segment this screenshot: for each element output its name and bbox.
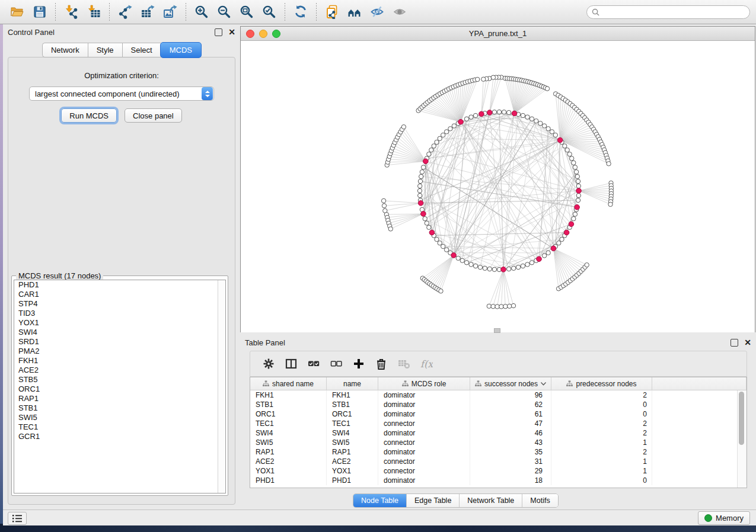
cell-shared-name[interactable]: ORC1 (250, 409, 327, 419)
import-table-button[interactable] (82, 2, 105, 22)
cell-name[interactable]: SWI4 (327, 428, 378, 438)
zoom-selected-button[interactable] (258, 2, 280, 22)
zoom-in-button[interactable] (190, 2, 213, 22)
cell-name[interactable]: STB1 (327, 400, 378, 409)
table-scrollbar-track[interactable] (737, 390, 746, 488)
table-row[interactable]: FKH1 FKH1 dominator 96 2 (250, 390, 747, 400)
cell-predecessor-nodes[interactable]: 2 (551, 390, 652, 400)
list-scrollbar-track[interactable] (218, 280, 225, 493)
splitter-grip[interactable] (494, 328, 500, 333)
tab-style[interactable]: Style (88, 43, 122, 57)
network-graph[interactable] (241, 41, 755, 332)
cell-name[interactable]: FKH1 (327, 390, 378, 400)
mcds-result-item[interactable]: ACE2 (14, 366, 225, 375)
close-panel-button[interactable]: Close panel (125, 108, 182, 123)
toggle-graphics-details-button[interactable] (366, 2, 388, 22)
table-row[interactable]: PHD1 PHD1 dominator 18 0 (250, 476, 747, 485)
table-row[interactable]: ACE2 ACE2 connector 31 1 (250, 457, 747, 466)
table-row[interactable]: ORC1 ORC1 dominator 61 0 (250, 409, 747, 419)
table-scrollbar-thumb[interactable] (739, 392, 744, 445)
cell-predecessor-nodes[interactable]: 2 (551, 419, 652, 428)
mcds-result-item[interactable]: ORC1 (14, 384, 225, 394)
cell-successor-nodes[interactable]: 18 (470, 476, 551, 485)
column-header-name[interactable]: name (327, 377, 378, 390)
cell-predecessor-nodes[interactable]: 2 (551, 447, 652, 457)
optimization-criterion-select[interactable]: largest connected component (undirected) (29, 86, 214, 101)
mcds-result-item[interactable]: SWI4 (14, 328, 225, 337)
zoom-fit-button[interactable] (235, 2, 258, 22)
import-network-button[interactable] (60, 2, 82, 22)
mcds-result-item[interactable]: STB1 (14, 403, 225, 413)
cell-mcds-role[interactable]: dominator (378, 400, 470, 409)
cell-name[interactable]: RAP1 (327, 447, 378, 457)
mcds-result-item[interactable]: FKH1 (14, 356, 225, 366)
table-row[interactable]: STB1 STB1 dominator 62 0 (250, 400, 747, 409)
mcds-result-item[interactable]: GCR1 (14, 432, 225, 441)
export-image-button[interactable] (159, 2, 181, 22)
memory-button[interactable]: Memory (698, 511, 750, 525)
tab-mcds[interactable]: MCDS (160, 42, 202, 58)
cell-name[interactable]: TEC1 (327, 419, 378, 428)
apply-layout-button[interactable] (289, 2, 312, 22)
column-header-predecessor-nodes[interactable]: predecessor nodes (551, 377, 652, 390)
cell-shared-name[interactable]: YOX1 (250, 466, 327, 476)
network-window-titlebar[interactable]: YPA_prune.txt_1 (241, 27, 755, 41)
search-input[interactable] (603, 7, 745, 17)
close-panel-icon[interactable]: ✕ (228, 29, 235, 36)
cell-name[interactable]: SWI5 (327, 438, 378, 447)
mcds-result-item[interactable]: PHD1 (14, 280, 225, 290)
cell-shared-name[interactable]: TEC1 (250, 419, 327, 428)
cell-shared-name[interactable]: FKH1 (250, 390, 327, 400)
cell-shared-name[interactable]: ACE2 (250, 457, 327, 466)
graphics-details-disabled-button[interactable] (388, 2, 411, 22)
cell-shared-name[interactable]: STB1 (250, 400, 327, 409)
cell-predecessor-nodes[interactable]: 1 (551, 457, 652, 466)
tab-select[interactable]: Select (122, 43, 161, 57)
search-box[interactable] (586, 5, 750, 19)
network-canvas[interactable] (241, 41, 755, 332)
add-column-button[interactable] (349, 354, 369, 373)
table-tab-node-table[interactable]: Node Table (353, 494, 407, 507)
cell-mcds-role[interactable]: dominator (378, 428, 470, 438)
cell-predecessor-nodes[interactable]: 0 (551, 400, 652, 409)
table-row[interactable]: YOX1 YOX1 connector 29 1 (250, 466, 747, 476)
table-tab-edge-table[interactable]: Edge Table (407, 494, 460, 507)
export-table-button[interactable] (136, 2, 159, 22)
open-file-button[interactable] (6, 2, 28, 22)
cell-shared-name[interactable]: RAP1 (250, 447, 327, 457)
cell-mcds-role[interactable]: connector (378, 419, 470, 428)
cell-predecessor-nodes[interactable]: 2 (551, 428, 652, 438)
clone-network-button[interactable] (321, 2, 343, 22)
cell-mcds-role[interactable]: dominator (378, 390, 470, 400)
table-row[interactable]: TEC1 TEC1 connector 47 2 (250, 419, 747, 428)
table-tab-motifs[interactable]: Motifs (522, 494, 557, 507)
table-row[interactable]: RAP1 RAP1 dominator 35 2 (250, 447, 747, 457)
mcds-result-item[interactable]: SWI5 (14, 413, 225, 422)
cell-name[interactable]: ORC1 (327, 409, 378, 419)
mcds-result-item[interactable]: SRD1 (14, 337, 225, 347)
mcds-result-item[interactable]: TEC1 (14, 422, 225, 432)
cell-successor-nodes[interactable]: 31 (470, 457, 551, 466)
cell-successor-nodes[interactable]: 35 (470, 447, 551, 457)
cell-mcds-role[interactable]: dominator (378, 476, 470, 485)
table-tab-network-table[interactable]: Network Table (460, 494, 522, 507)
cell-successor-nodes[interactable]: 46 (470, 428, 551, 438)
mcds-result-item[interactable]: TID3 (14, 309, 225, 318)
mcds-result-item[interactable]: STB5 (14, 375, 225, 384)
cell-shared-name[interactable]: SWI4 (250, 428, 327, 438)
column-header-successor-nodes[interactable]: successor nodes (470, 377, 551, 390)
column-settings-gear-button[interactable] (259, 354, 279, 373)
close-table-panel-icon[interactable]: ✕ (744, 339, 751, 346)
table-row[interactable]: SWI5 SWI5 connector 43 1 (250, 438, 747, 447)
task-history-button[interactable] (8, 512, 27, 525)
save-session-button[interactable] (28, 2, 51, 22)
cell-name[interactable]: PHD1 (327, 476, 378, 485)
mcds-result-item[interactable]: PMA2 (14, 347, 225, 356)
cell-mcds-role[interactable]: connector (378, 466, 470, 476)
export-network-button[interactable] (114, 2, 136, 22)
cell-name[interactable]: YOX1 (327, 466, 378, 476)
table-row[interactable]: SWI4 SWI4 dominator 46 2 (250, 428, 747, 438)
run-mcds-button[interactable]: Run MCDS (61, 108, 117, 123)
cell-mcds-role[interactable]: connector (378, 438, 470, 447)
cell-predecessor-nodes[interactable]: 0 (551, 476, 652, 485)
